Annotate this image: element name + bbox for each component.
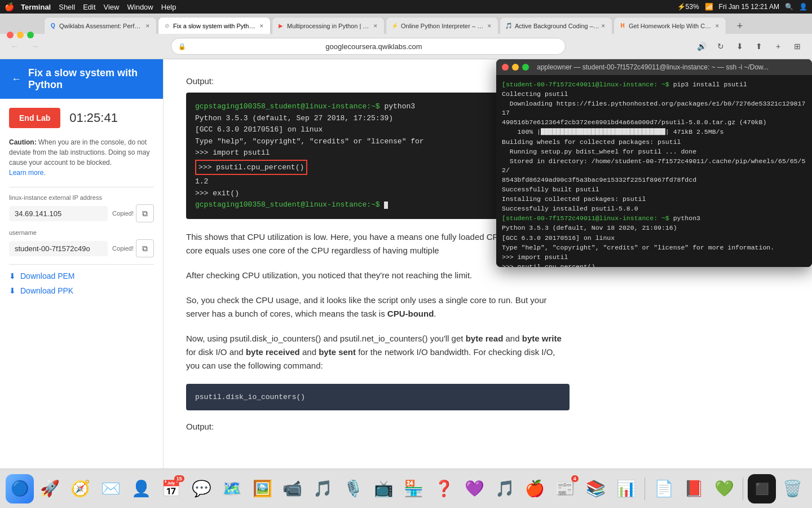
- dock-item-whatsapp[interactable]: 💚: [710, 474, 739, 503]
- dock-item-podcasts[interactable]: 🎙️: [339, 474, 368, 503]
- tab-favicon-multi: ▶: [277, 22, 285, 30]
- username-section: username student-00-7f1572c49o Copied! ⧉: [9, 229, 154, 257]
- learn-more-link[interactable]: Learn more.: [9, 169, 46, 177]
- dock-item-messages[interactable]: 💬: [188, 474, 216, 503]
- search-icon[interactable]: 🔍: [785, 3, 793, 11]
- dock-item-calendar[interactable]: 📅 15: [157, 474, 186, 503]
- tab-close-chegg[interactable]: ✕: [713, 22, 721, 30]
- dock-item-music[interactable]: 🎵: [491, 474, 519, 503]
- tab-close-multi[interactable]: ✕: [372, 22, 379, 30]
- username-copy-button[interactable]: ⧉: [136, 239, 154, 257]
- tab-close-qwiklabs[interactable]: ✕: [144, 22, 152, 30]
- audio-icon[interactable]: 🔊: [694, 38, 709, 54]
- mail-icon: ✉️: [101, 479, 121, 498]
- tab-chegg[interactable]: H Get Homework Help With Cheg... ✕: [614, 17, 726, 34]
- terminal-close-button[interactable]: [502, 64, 509, 71]
- app-name-menu[interactable]: Terminal: [21, 3, 51, 11]
- dock-item-word[interactable]: 📄: [650, 474, 678, 503]
- dock-item-itunes[interactable]: 🎵: [309, 474, 337, 503]
- tab-qwiklabs[interactable]: Q Qwiklabs Assessment: Perform... ✕: [44, 17, 157, 34]
- dock-item-appletv[interactable]: 🍎: [521, 474, 549, 503]
- user-icon[interactable]: 👤: [799, 3, 807, 11]
- ip-copy-button[interactable]: ⧉: [136, 204, 154, 222]
- url-text: googlecoursera.qwiklabs.com: [189, 42, 558, 51]
- dock-item-acrobat[interactable]: 📕: [680, 474, 708, 503]
- tab-fix-slow[interactable]: ⊘ Fix a slow system with Python |... ✕: [158, 17, 271, 34]
- edit-menu[interactable]: Edit: [83, 3, 95, 11]
- shell-menu[interactable]: Shell: [59, 3, 75, 11]
- dock-item-books[interactable]: 📚: [582, 474, 610, 503]
- discord-icon: 💜: [465, 479, 484, 498]
- dock-item-contacts[interactable]: 👤: [127, 474, 155, 503]
- dock-item-mail[interactable]: ✉️: [96, 474, 125, 503]
- end-lab-button[interactable]: End Lab: [9, 108, 60, 128]
- appstore-icon: 🏪: [404, 479, 423, 498]
- tab-title-python: Online Python Interpreter – onli...: [401, 23, 486, 29]
- download-pem-link[interactable]: ⬇ Download PEM: [9, 271, 154, 281]
- dock-item-terminal[interactable]: ⬛: [748, 474, 776, 503]
- browser-maximize-button[interactable]: [27, 32, 34, 34]
- download-button[interactable]: ⬇: [732, 38, 748, 54]
- terminal-line: Successfully built psutil: [502, 185, 806, 194]
- dock-item-maps[interactable]: 🗺️: [218, 474, 246, 503]
- terminal-body[interactable]: [student-00-7f1572c49011@linux-instance:…: [496, 75, 812, 267]
- dock-separator: [645, 478, 645, 500]
- terminal-line: Building wheels for collected packages: …: [502, 138, 806, 147]
- forward-button[interactable]: →: [27, 38, 43, 54]
- dock-item-tv[interactable]: 📺: [369, 474, 398, 503]
- view-menu[interactable]: View: [104, 3, 120, 11]
- lab-back-button[interactable]: ←: [11, 73, 21, 85]
- facetime-icon: 📹: [283, 479, 302, 498]
- launchpad-icon: 🚀: [40, 479, 60, 498]
- dock-item-help[interactable]: ❓: [430, 474, 458, 503]
- reload-button[interactable]: ↻: [713, 38, 729, 54]
- terminal-window[interactable]: appleowner — student-00-7f1572c49011@lin…: [496, 59, 812, 267]
- calendar-icon: 📅: [161, 479, 181, 498]
- ip-label: linux-instance external IP address: [9, 194, 154, 201]
- terminal-line: Downloading https://files.pythonhosted.o…: [502, 99, 806, 117]
- terminal-line: [student-00-7f1572c49011@linux-instance:…: [502, 214, 806, 223]
- new-tab-button[interactable]: +: [732, 18, 748, 34]
- add-tab-button[interactable]: +: [770, 38, 786, 54]
- download-ppk-link[interactable]: ⬇ Download PPK: [9, 286, 154, 295]
- dock-item-appstore[interactable]: 🏪: [400, 474, 428, 503]
- dock-item-facetime[interactable]: 📹: [279, 474, 307, 503]
- download-ppk-icon: ⬇: [9, 286, 16, 295]
- more-button[interactable]: ⊞: [789, 38, 805, 54]
- dock-item-numbers[interactable]: 📊: [612, 474, 640, 503]
- help-menu[interactable]: Help: [161, 3, 176, 11]
- tab-multiprocessing[interactable]: ▶ Multiprocessing in Python | Part... ✕: [272, 17, 385, 34]
- disk-command-block: psutil.disk_io_counters(): [186, 384, 570, 410]
- terminal-line: Collecting psutil: [502, 90, 806, 99]
- browser-close-button[interactable]: [7, 32, 14, 34]
- dock-item-finder[interactable]: 🔵: [6, 474, 34, 503]
- address-bar[interactable]: 🔒 googlecoursera.qwiklabs.com: [171, 38, 566, 55]
- books-icon: 📚: [586, 479, 606, 498]
- tab-favicon-python: ⚡: [391, 22, 399, 30]
- tab-close-bg[interactable]: ✕: [599, 22, 607, 30]
- tab-active-bg[interactable]: 🎵 Active Background Coding – U... ✕: [500, 17, 612, 34]
- byte-read-text: byte read: [466, 334, 504, 343]
- terminal-minimize-button[interactable]: [512, 64, 519, 71]
- dock-item-discord[interactable]: 💜: [461, 474, 489, 503]
- dock-item-news[interactable]: 📰 4: [551, 474, 580, 503]
- dock-item-safari[interactable]: 🧭: [67, 474, 95, 503]
- tab-title-bg: Active Background Coding – U...: [515, 23, 599, 29]
- tv-icon: 📺: [374, 479, 394, 498]
- security-lock-icon: 🔒: [178, 43, 186, 50]
- para-4: Now, using psutil.disk_io_counters() and…: [186, 332, 570, 373]
- back-button[interactable]: ←: [7, 38, 23, 54]
- tab-close-fix-slow[interactable]: ✕: [258, 22, 266, 30]
- share-button[interactable]: ⬆: [751, 38, 767, 54]
- terminal-maximize-button[interactable]: [522, 64, 529, 71]
- window-menu[interactable]: Window: [127, 3, 153, 11]
- whatsapp-icon: 💚: [714, 479, 734, 498]
- dock-item-launchpad[interactable]: 🚀: [36, 474, 64, 503]
- dock-item-photos[interactable]: 🖼️: [248, 474, 276, 503]
- browser-minimize-button[interactable]: [17, 32, 24, 34]
- tab-online-python[interactable]: ⚡ Online Python Interpreter – onli... ✕: [386, 17, 498, 34]
- tab-close-python[interactable]: ✕: [486, 22, 493, 30]
- ip-address-section: linux-instance external IP address 34.69…: [9, 194, 154, 222]
- dock-item-trash[interactable]: 🗑️: [778, 474, 806, 503]
- apple-menu[interactable]: 🍎: [5, 2, 14, 11]
